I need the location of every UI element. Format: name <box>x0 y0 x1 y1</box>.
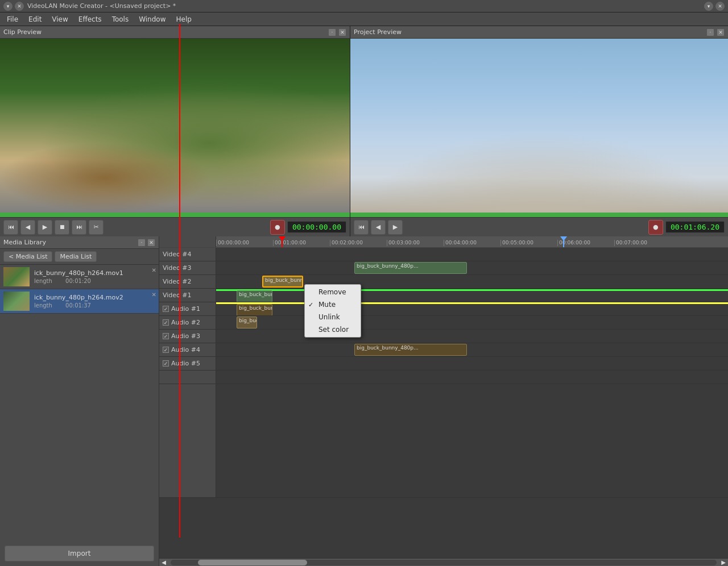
media-list-tab2[interactable]: Media List <box>55 251 97 262</box>
clip-progress-bar[interactable] <box>0 213 350 217</box>
project-playhead[interactable] <box>563 236 564 247</box>
project-preview-close[interactable]: ✕ <box>717 28 725 36</box>
ctx-mute-check: ✓ <box>308 301 313 309</box>
menu-tools[interactable]: Tools <box>107 14 134 24</box>
clip-preview-close[interactable]: ✕ <box>338 28 346 36</box>
track-video1: Video #1 big_buck_bunny_480 <box>159 289 728 302</box>
media-item-2-close[interactable]: ✕ <box>152 292 156 298</box>
audio5-checkbox[interactable]: ✓ <box>163 360 169 367</box>
clip-record-button[interactable]: ● <box>270 220 285 235</box>
menu-edit[interactable]: Edit <box>24 14 46 24</box>
clip-play-button[interactable]: ▶ <box>38 220 52 235</box>
svg-point-31 <box>516 85 575 153</box>
audio3-checkbox[interactable]: ✓ <box>163 333 169 339</box>
title-bar-left: ▾ ✕ VideoLAN Movie Creator - <Unsaved pr… <box>3 2 176 11</box>
track-audio4: ✓ Audio #4 big_buck_bunny_480p... <box>159 343 728 357</box>
top-panels: Clip Preview · ✕ <box>0 26 728 236</box>
clip-audio4-1[interactable]: big_buck_bunny_480p... <box>354 344 467 356</box>
audio4-checkbox[interactable]: ✓ <box>163 347 169 353</box>
track-content-video4[interactable] <box>216 248 728 261</box>
svg-point-29 <box>498 113 592 213</box>
title-bar-controls: ▾ ✕ <box>3 2 24 11</box>
media-item-1-close[interactable]: ✕ <box>152 267 156 273</box>
winclose-button[interactable]: ✕ <box>715 2 725 11</box>
project-progress-fill <box>350 213 728 217</box>
track-content-audio2[interactable]: big_buck_b <box>216 316 728 329</box>
project-skip-back-button[interactable]: ⏮ <box>354 220 369 235</box>
menu-window[interactable]: Window <box>134 14 170 24</box>
minimize-button[interactable]: ▾ <box>3 2 13 11</box>
ctx-mute[interactable]: ✓ Mute <box>305 298 361 311</box>
svg-point-34 <box>567 146 603 213</box>
project-record-button[interactable]: ● <box>648 220 663 235</box>
audio2-checkbox[interactable]: ✓ <box>163 319 169 326</box>
clip-video1-1[interactable]: big_buck_bunny_480 <box>237 290 272 302</box>
clip-stop-button[interactable]: ⏹ <box>55 220 69 235</box>
track-label-audio2: ✓ Audio #2 <box>159 316 216 329</box>
timeline-playhead[interactable] <box>282 236 283 247</box>
clip-video3-1[interactable]: big_buck_bunny_480p... <box>354 262 467 274</box>
svg-point-35 <box>517 79 574 141</box>
media-item-2[interactable]: ick_bunny_480p_h264.mov2 length 00:01:37… <box>0 289 159 314</box>
clip-cut-button[interactable]: ✂ <box>89 220 104 235</box>
track-content-empty-1[interactable] <box>216 371 728 384</box>
project-play-button[interactable]: ▶ <box>388 220 403 235</box>
track-content-video2[interactable]: big_buck_bunny ... <box>216 275 728 288</box>
media-library-pin[interactable]: · <box>138 239 146 247</box>
scrollbar-thumb[interactable] <box>198 560 307 565</box>
clip-skip-fwd-button[interactable]: ⏭ <box>72 220 86 235</box>
track-content-video3[interactable]: big_buck_bunny_480p... <box>216 261 728 274</box>
track-content-audio1[interactable]: big_buck_bunny_480 <box>216 302 728 315</box>
ctx-remove[interactable]: Remove <box>305 286 361 298</box>
svg-rect-5 <box>35 124 152 142</box>
project-progress-bar[interactable] <box>350 213 728 217</box>
track-content-audio3[interactable] <box>216 330 728 343</box>
track-content-video1[interactable]: big_buck_bunny_480 <box>216 289 728 302</box>
ctx-set-color-label: Set color <box>318 326 349 334</box>
project-preview-pin[interactable]: · <box>706 28 714 36</box>
media-thumb-1 <box>3 267 30 286</box>
media-library-header: Media Library · ✕ <box>0 236 159 249</box>
track-label-video1: Video #1 <box>159 289 216 302</box>
scrollbar-track[interactable] <box>171 560 717 565</box>
close-button[interactable]: ✕ <box>15 2 24 11</box>
media-list-tab1[interactable]: < Media List <box>3 251 52 262</box>
track-content-audio5[interactable] <box>216 357 728 370</box>
track-content-audio4[interactable]: big_buck_bunny_480p... <box>216 343 728 356</box>
media-length-label-2: length <box>34 302 52 309</box>
scroll-right-button[interactable]: ▶ <box>719 559 728 565</box>
clip-skip-back-button[interactable]: ⏮ <box>3 220 18 235</box>
media-info-1: ick_bunny_480p_h264.mov1 length 00:01:20 <box>34 269 155 284</box>
media-library-close[interactable]: ✕ <box>147 239 155 247</box>
clip-timecode: 00:00:00.00 <box>287 221 346 233</box>
import-button[interactable]: Import <box>5 546 154 561</box>
audio1-checkbox[interactable]: ✓ <box>163 306 169 312</box>
ruler-mark-5: 00:05:00:00 <box>500 240 557 246</box>
clip-video2-1[interactable]: big_buck_bunny ... <box>262 276 303 288</box>
clip-play-back-button[interactable]: ◀ <box>20 220 35 235</box>
menu-view[interactable]: View <box>47 14 72 24</box>
track-label-audio5: ✓ Audio #5 <box>159 357 216 370</box>
ctx-set-color[interactable]: Set color <box>305 323 361 336</box>
svg-rect-0 <box>0 39 350 213</box>
svg-point-25 <box>545 41 686 85</box>
scroll-left-button[interactable]: ◀ <box>159 559 168 565</box>
clip-audio1-1[interactable]: big_buck_bunny_480 <box>237 304 272 315</box>
svg-rect-23 <box>398 39 681 101</box>
project-play-back-button[interactable]: ◀ <box>371 220 386 235</box>
ctx-unlink[interactable]: Unlink <box>305 311 361 323</box>
clip-preview-pin[interactable]: · <box>328 28 336 36</box>
media-item-1[interactable]: ick_bunny_480p_h264.mov1 length 00:01:20… <box>0 265 159 289</box>
svg-point-30 <box>510 94 581 181</box>
collapse-button[interactable]: ▾ <box>704 2 713 11</box>
menu-help[interactable]: Help <box>172 14 196 24</box>
menu-effects[interactable]: Effects <box>74 14 106 24</box>
track-content-empty-2[interactable] <box>216 384 728 497</box>
menu-file[interactable]: File <box>2 14 23 24</box>
svg-point-12 <box>140 86 257 213</box>
clip-audio2-1[interactable]: big_buck_b <box>237 317 257 328</box>
media-library-title: Media Library <box>3 239 46 246</box>
media-info-2: ick_bunny_480p_h264.mov2 length 00:01:37 <box>34 294 155 309</box>
svg-point-10 <box>67 119 70 122</box>
project-preview-title: Project Preview <box>354 28 402 36</box>
